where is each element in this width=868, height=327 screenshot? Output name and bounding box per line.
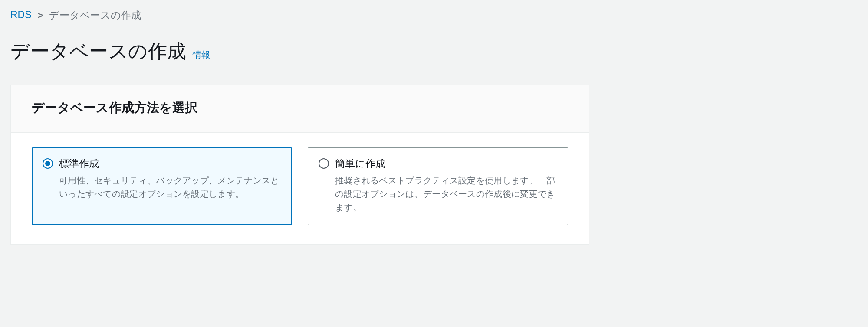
- creation-method-panel: データベース作成方法を選択 標準作成 可用性、セキュリティ、バックアップ、メンテ…: [10, 85, 589, 245]
- radio-icon: [43, 158, 53, 169]
- option-description: 可用性、セキュリティ、バックアップ、メンテナンスといったすべての設定オプションを…: [59, 174, 281, 201]
- option-content: 簡単に作成 推奨されるベストプラクティス設定を使用します。一部の設定オプションは…: [335, 157, 557, 214]
- breadcrumb-root-link[interactable]: RDS: [10, 9, 32, 22]
- radio-icon: [319, 158, 329, 169]
- page-title: データベースの作成: [10, 39, 187, 64]
- panel-body: 標準作成 可用性、セキュリティ、バックアップ、メンテナンスといったすべての設定オ…: [11, 133, 589, 244]
- info-link[interactable]: 情報: [193, 49, 210, 61]
- page-title-row: データベースの作成 情報: [10, 39, 858, 64]
- panel-heading: データベース作成方法を選択: [32, 99, 568, 117]
- option-easy-create[interactable]: 簡単に作成 推奨されるベストプラクティス設定を使用します。一部の設定オプションは…: [308, 147, 568, 225]
- option-title: 簡単に作成: [335, 157, 557, 170]
- option-content: 標準作成 可用性、セキュリティ、バックアップ、メンテナンスといったすべての設定オ…: [59, 157, 281, 214]
- breadcrumb: RDS > データベースの作成: [10, 9, 858, 22]
- panel-header: データベース作成方法を選択: [11, 85, 589, 133]
- chevron-right-icon: >: [38, 10, 43, 21]
- option-standard-create[interactable]: 標準作成 可用性、セキュリティ、バックアップ、メンテナンスといったすべての設定オ…: [32, 147, 292, 225]
- breadcrumb-current: データベースの作成: [49, 9, 141, 22]
- option-title: 標準作成: [59, 157, 281, 170]
- option-description: 推奨されるベストプラクティス設定を使用します。一部の設定オプションは、データベー…: [335, 174, 557, 214]
